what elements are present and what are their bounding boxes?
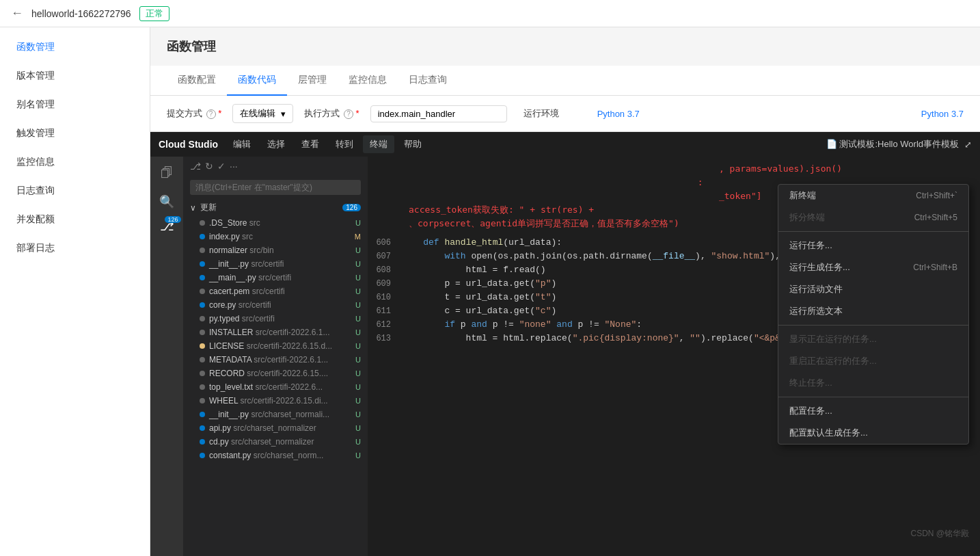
file-item-cd-py[interactable]: cd.py src/charset_normalizer U	[183, 435, 368, 449]
cm-run-task[interactable]: 运行任务...	[778, 235, 968, 256]
files-icon[interactable]: 🗍	[156, 162, 177, 185]
file-dot	[200, 234, 205, 239]
fe-check-icon[interactable]: ✓	[217, 161, 226, 172]
terminal-context-menu: 新终端 Ctrl+Shift+` 拆分终端 Ctrl+Shift+5 运行任务.…	[778, 184, 969, 445]
sidebar-item-aliases[interactable]: 别名管理	[0, 90, 150, 119]
file-item-normalizer[interactable]: normalizer src/bin U	[183, 243, 368, 257]
editor-area: Cloud Studio 编辑 选择 查看 转到 终端 帮助 📄 测试模板:He…	[150, 132, 980, 556]
cm-restart-running-task: 重启正在运行的任务...	[778, 350, 968, 372]
watermark: CSDN @铭华殿	[910, 528, 969, 540]
tab-layers[interactable]: 层管理	[287, 66, 338, 96]
commit-message-input[interactable]	[190, 180, 361, 195]
cm-run-selected-text[interactable]: 运行所选文本	[778, 300, 968, 322]
file-dot	[200, 371, 205, 376]
tab-logs[interactable]: 日志查询	[398, 66, 458, 96]
cs-menu-select[interactable]: 选择	[260, 135, 292, 153]
cm-show-running-task: 显示正在运行的任务...	[778, 328, 968, 350]
cloud-studio-brand: Cloud Studio	[159, 139, 218, 150]
cm-split-terminal: 拆分终端 Ctrl+Shift+5	[778, 207, 968, 228]
python-version: Python 3.7	[921, 109, 964, 119]
sidebar-item-concurrency[interactable]: 并发配额	[0, 205, 150, 234]
toolbar: 提交方式 ? * 在线编辑 ▾ 执行方式 ? * 运行环境 Python 3.7…	[150, 96, 980, 132]
file-dot	[200, 289, 205, 294]
file-dot	[200, 343, 205, 349]
file-item-constant-py[interactable]: constant.py src/charset_norm... U	[183, 449, 368, 462]
error-text-2: 、corpsecret、agentid单词拼写是否正确，值是否有多余空格")	[409, 218, 679, 228]
fe-message-bar	[183, 176, 368, 199]
sidebar-item-triggers[interactable]: 触发管理	[0, 119, 150, 148]
file-item-installer[interactable]: INSTALLER src/certifi-2022.6.1... U	[183, 326, 368, 339]
editor-body: 🗍 🔍 ⎇ 126 ⎇ ↻ ✓ ···	[150, 157, 980, 556]
tab-config[interactable]: 函数配置	[167, 66, 227, 96]
file-item-wheel[interactable]: WHEEL src/certifi-2022.6.15.di... U	[183, 394, 368, 408]
exec-method-input[interactable]	[370, 105, 507, 122]
file-dot	[200, 453, 205, 458]
file-dot	[200, 439, 205, 445]
file-item-core-py[interactable]: core.py src/certifi U	[183, 298, 368, 312]
error-line-1: , params=values).json()	[409, 162, 980, 176]
file-dot	[200, 316, 205, 321]
chevron-right-icon: ∨	[190, 203, 196, 213]
cs-menu-edit[interactable]: 编辑	[226, 135, 258, 153]
exec-help-icon[interactable]: ?	[344, 109, 353, 119]
cm-config-tasks[interactable]: 配置任务...	[778, 400, 968, 422]
cs-menu-help[interactable]: 帮助	[397, 135, 428, 153]
main-content: 函数管理 函数配置 函数代码 层管理 监控信息 日志查询 提交方式 ? * 在线…	[150, 27, 980, 556]
tab-code[interactable]: 函数代码	[227, 66, 287, 96]
app-title: helloworld-1662272796	[31, 8, 131, 19]
cm-new-terminal[interactable]: 新终端 Ctrl+Shift+`	[778, 185, 968, 207]
file-dot	[200, 330, 205, 335]
file-item-init-certifi[interactable]: __init__.py src/certifi U	[183, 257, 368, 271]
sidebar-item-versions[interactable]: 版本管理	[0, 62, 150, 90]
file-dot	[200, 357, 205, 362]
code-panel[interactable]: , params=values).json() : _token"]	[368, 157, 980, 556]
cs-menu-view[interactable]: 查看	[295, 135, 326, 153]
fe-more-icon[interactable]: ···	[230, 161, 238, 172]
sidebar-item-deploy-log[interactable]: 部署日志	[0, 234, 150, 263]
cm-config-default-build[interactable]: 配置默认生成任务...	[778, 422, 968, 444]
cm-run-active-file[interactable]: 运行活动文件	[778, 278, 968, 300]
submit-label: 提交方式 ? *	[167, 107, 221, 120]
expand-icon[interactable]: ⤢	[964, 140, 972, 150]
file-item-top-level[interactable]: top_level.txt src/certifi-2022.6... U	[183, 380, 368, 394]
cs-menu-terminal[interactable]: 终端	[363, 135, 394, 153]
main-layout: 函数管理 版本管理 别名管理 触发管理 监控信息 日志查询 并发配额 部署日志 …	[0, 27, 980, 556]
left-icon-panel: 🗍 🔍 ⎇ 126	[150, 157, 183, 556]
file-item-init-charset[interactable]: __init__.py src/charset_normali... U	[183, 408, 368, 421]
file-dot	[200, 425, 205, 431]
sidebar-item-logs[interactable]: 日志查询	[0, 176, 150, 205]
file-dot	[200, 220, 205, 226]
file-item-index-py[interactable]: index.py src M	[183, 230, 368, 243]
submit-help-icon[interactable]: ?	[206, 109, 216, 119]
file-item-api-py[interactable]: api.py src/charset_normalizer U	[183, 421, 368, 435]
file-item-license[interactable]: LICENSE src/certifi-2022.6.15.d... U	[183, 339, 368, 353]
file-item-ds-store[interactable]: .DS_Store src U	[183, 216, 368, 230]
error-text-1: access_token获取失败: " + str(res) +	[409, 204, 594, 215]
file-item-cacert[interactable]: cacert.pem src/certifi U	[183, 284, 368, 298]
fe-source-control-icon: ⎇	[190, 161, 201, 172]
cm-run-build-task[interactable]: 运行生成任务... Ctrl+Shift+B	[778, 256, 968, 278]
cs-menu-goto[interactable]: 转到	[329, 135, 360, 153]
cloud-studio-bar: Cloud Studio 编辑 选择 查看 转到 终端 帮助 📄 测试模板:He…	[150, 132, 980, 157]
file-dot	[200, 261, 205, 267]
test-template-label: 📄 测试模板:Hello World事件模板	[826, 138, 959, 150]
file-item-py-typed[interactable]: py.typed src/certifi U	[183, 312, 368, 326]
submit-method-select[interactable]: 在线编辑 ▾	[232, 104, 293, 123]
file-dot	[200, 398, 205, 403]
file-item-record[interactable]: RECORD src/certifi-2022.6.15.... U	[183, 367, 368, 380]
sidebar-item-functions[interactable]: 函数管理	[0, 33, 150, 62]
env-value: Python 3.7	[597, 109, 640, 119]
sidebar-item-monitor[interactable]: 监控信息	[0, 148, 150, 176]
file-item-main-certifi[interactable]: __main__.py src/certifi U	[183, 271, 368, 284]
tab-monitor[interactable]: 监控信息	[338, 66, 398, 96]
fe-refresh-icon[interactable]: ↻	[205, 161, 213, 172]
file-explorer: ⎇ ↻ ✓ ··· ∨ 更新 126	[183, 157, 368, 556]
top-bar: ← helloworld-1662272796 正常	[0, 0, 980, 27]
source-control-icon[interactable]: ⎇ 126	[156, 219, 178, 234]
env-label: 运行环境	[523, 107, 559, 120]
search-icon[interactable]: 🔍	[155, 190, 178, 213]
back-button[interactable]: ←	[11, 6, 23, 21]
file-dot	[200, 412, 205, 417]
exec-label: 执行方式 ? *	[304, 107, 359, 120]
file-item-metadata[interactable]: METADATA src/certifi-2022.6.1... U	[183, 353, 368, 367]
